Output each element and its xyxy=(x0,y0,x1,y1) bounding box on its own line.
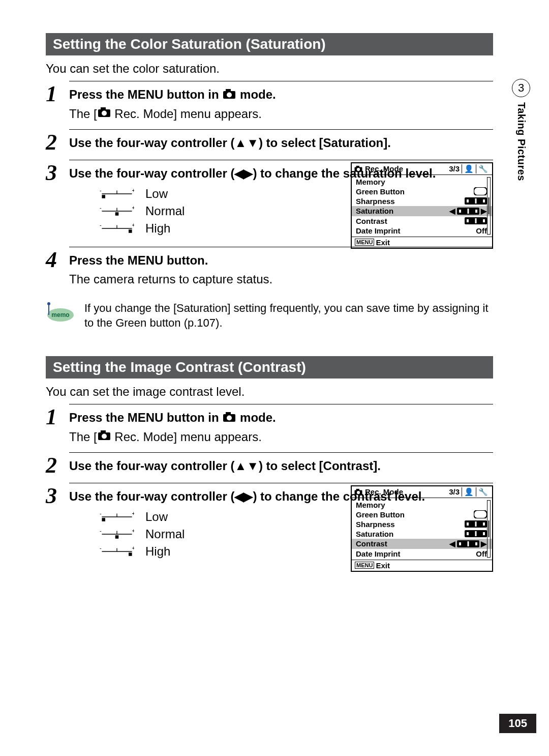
step-subtext: The [ Rec. Mode] menu appears. xyxy=(69,429,493,444)
lcd-row-label: Green Button xyxy=(356,187,405,196)
lcd-screenshot-contrast: Rec. Mode 3/3 👤🔧 Memory Green Button Sha… xyxy=(351,485,493,572)
lcd-row-label: Contrast xyxy=(356,217,387,225)
step-3: 3 Use the four-way controller (◀▶) to ch… xyxy=(46,160,493,243)
lcd-row-label: Sharpness xyxy=(356,520,395,529)
step-title: Use the four-way controller (▲▼) to sele… xyxy=(69,135,493,151)
left-arrow-icon: ◀ xyxy=(449,207,455,216)
level-label: High xyxy=(145,221,170,236)
lcd-row-label: Memory xyxy=(356,501,385,509)
lcd-title: Rec. Mode xyxy=(365,487,403,496)
slider-high-icon xyxy=(100,223,134,234)
lcd-page: 3/3 xyxy=(449,487,460,496)
step-title: Press the MENU button. xyxy=(69,252,493,269)
t: Press the xyxy=(69,253,128,267)
slider-indicator-icon xyxy=(457,540,479,547)
step-subtext: The camera returns to capture status. xyxy=(69,272,493,286)
person-icon: 👤 xyxy=(462,487,476,497)
step-number: 3 xyxy=(46,483,69,507)
slider-normal-icon xyxy=(100,206,134,217)
chapter-number-circle: 3 xyxy=(512,79,530,97)
memo-text: If you change the [Saturation] setting f… xyxy=(84,301,493,331)
chapter-title: Taking Pictures xyxy=(515,102,527,181)
intro-text: You can set the color saturation. xyxy=(46,62,493,76)
scrollbar xyxy=(487,500,491,558)
slider-indicator-icon xyxy=(465,197,487,205)
menu-box-icon: MENU xyxy=(355,239,374,246)
t: button in xyxy=(163,411,222,424)
t: Rec. Mode] menu appears. xyxy=(111,107,262,121)
lcd-row-label: Saturation xyxy=(356,530,393,538)
step-2-b: 2 Use the four-way controller (▲▼) to se… xyxy=(46,452,493,478)
lcd-row-label: Sharpness xyxy=(356,197,395,206)
camera-icon xyxy=(97,106,111,118)
memo-icon: memo xyxy=(46,302,75,323)
lcd-row-label: Saturation xyxy=(356,207,393,215)
lcd-exit: Exit xyxy=(376,561,390,570)
level-label: Normal xyxy=(145,204,185,218)
camera-icon xyxy=(97,429,111,441)
lcd-page: 3/3 xyxy=(449,164,460,173)
slider-indicator-icon xyxy=(465,530,487,537)
t: button. xyxy=(163,253,208,267)
slider-indicator-icon xyxy=(465,520,487,528)
step-3-b: 3 Use the four-way controller (◀▶) to ch… xyxy=(46,483,493,566)
t: Rec. Mode] menu appears. xyxy=(111,430,262,444)
step-number: 1 xyxy=(46,404,69,428)
page-number: 105 xyxy=(499,714,536,733)
wrench-icon: 🔧 xyxy=(476,487,490,497)
svg-point-24 xyxy=(47,302,50,305)
lcd-screenshot-saturation: Rec. Mode 3/3 👤🔧 Memory Green Button Sha… xyxy=(351,162,493,249)
t: Press the xyxy=(69,411,128,424)
svg-text:memo: memo xyxy=(51,311,69,318)
t: Press the xyxy=(69,88,128,101)
slider-low-icon xyxy=(100,511,134,522)
step-title: Press the MENU button in mode. xyxy=(69,410,493,426)
menu-box-icon: MENU xyxy=(355,562,374,569)
right-arrow-icon: ▶ xyxy=(481,539,487,548)
lcd-title: Rec. Mode xyxy=(365,164,403,173)
camera-icon xyxy=(222,88,236,100)
step-4: 4 Press the MENU button. The camera retu… xyxy=(46,247,493,290)
level-label: Low xyxy=(145,510,168,524)
t: button in xyxy=(163,88,222,101)
lcd-exit: Exit xyxy=(376,238,390,247)
green-button-icon xyxy=(474,187,487,195)
step-number: 3 xyxy=(46,160,69,184)
step-1: 1 Press the MENU button in mode. The [ R… xyxy=(46,81,493,125)
left-arrow-icon: ◀ xyxy=(449,539,455,548)
side-tab: 3 Taking Pictures xyxy=(503,79,539,181)
memo-note: memo If you change the [Saturation] sett… xyxy=(46,301,493,331)
step-1-b: 1 Press the MENU button in mode. The [ R… xyxy=(46,404,493,448)
step-title: Press the MENU button in mode. xyxy=(69,86,493,103)
level-label: High xyxy=(145,544,170,559)
intro-text: You can set the image contrast level. xyxy=(46,385,493,399)
menu-word: MENU xyxy=(128,88,164,101)
camera-icon xyxy=(354,165,363,172)
slider-indicator-icon xyxy=(457,208,479,215)
step-number: 4 xyxy=(46,247,69,271)
section-heading-contrast: Setting the Image Contrast (Contrast) xyxy=(46,356,493,379)
step-subtext: The [ Rec. Mode] menu appears. xyxy=(69,106,493,121)
level-label: Normal xyxy=(145,527,185,541)
slider-normal-icon xyxy=(100,529,134,540)
wrench-icon: 🔧 xyxy=(476,164,490,173)
lcd-row-value: Off xyxy=(476,549,487,558)
level-label: Low xyxy=(145,187,168,201)
lcd-row-label: Date Imprint xyxy=(356,549,401,558)
lcd-row-label: Green Button xyxy=(356,510,405,519)
t: mode. xyxy=(236,411,276,424)
lcd-row-label: Contrast xyxy=(356,539,387,548)
slider-indicator-icon xyxy=(465,217,487,224)
step-number: 2 xyxy=(46,129,69,154)
lcd-row-value: Off xyxy=(476,226,487,235)
t: The [ xyxy=(69,430,97,444)
person-icon: 👤 xyxy=(462,164,476,173)
right-arrow-icon: ▶ xyxy=(481,207,487,216)
step-number: 1 xyxy=(46,81,69,105)
slider-low-icon xyxy=(100,188,134,199)
menu-word: MENU xyxy=(128,411,164,424)
slider-high-icon xyxy=(100,546,134,557)
lcd-row-label: Memory xyxy=(356,178,385,186)
section-heading-saturation: Setting the Color Saturation (Saturation… xyxy=(46,33,493,55)
camera-icon xyxy=(354,488,363,496)
